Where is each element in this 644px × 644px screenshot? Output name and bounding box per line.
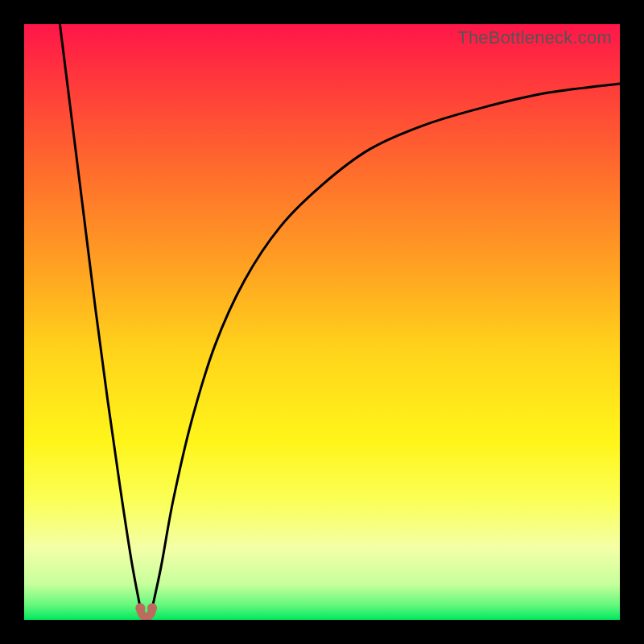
outer-black-frame: TheBottleneck.com [0,0,644,644]
watermark-text: TheBottleneck.com [457,27,612,48]
bottleneck-curve [24,24,620,620]
curve-right-branch [152,84,620,608]
plot-area: TheBottleneck.com [24,24,620,620]
min-marker-right [147,603,157,613]
min-marker-left [135,603,145,613]
curve-left-branch [60,24,140,608]
